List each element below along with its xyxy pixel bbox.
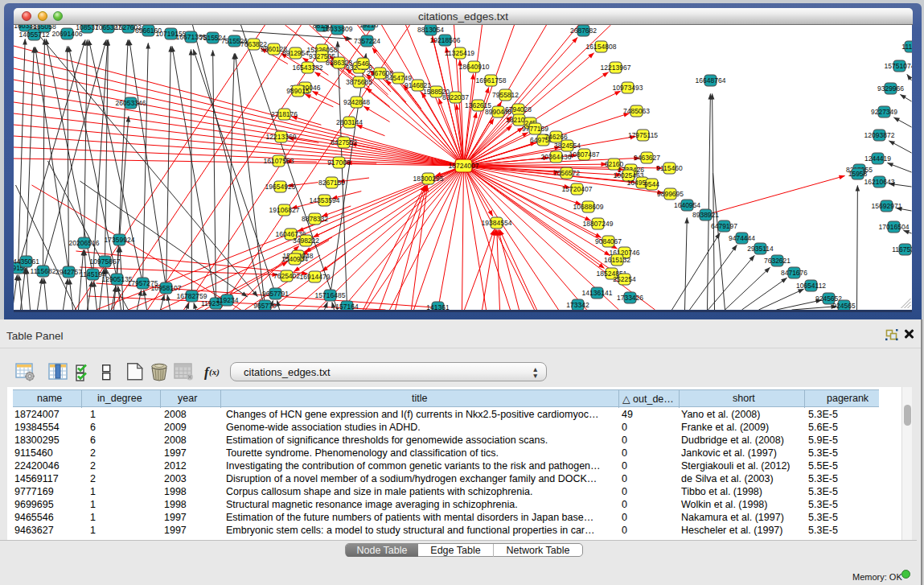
svg-text:14353594: 14353594 <box>310 196 340 204</box>
svg-text:8322037: 8322037 <box>442 93 469 101</box>
svg-text:2687682: 2687682 <box>570 27 597 35</box>
svg-text:9657791: 9657791 <box>262 290 289 298</box>
svg-text:12213967: 12213967 <box>601 64 631 72</box>
svg-text:19654925: 19654925 <box>265 183 296 191</box>
svg-text:11125: 11125 <box>901 43 912 51</box>
svg-text:6794028: 6794028 <box>505 105 532 113</box>
svg-text:8267150: 8267150 <box>318 179 345 187</box>
svg-text:173342: 173342 <box>566 301 589 309</box>
svg-text:9463627: 9463627 <box>634 154 660 162</box>
svg-text:16648764: 16648764 <box>696 76 726 84</box>
svg-text:19106827: 19106827 <box>269 206 300 214</box>
svg-text:(x): (x) <box>209 367 220 377</box>
svg-text:16543382: 16543382 <box>293 64 323 72</box>
svg-text:8878332: 8878332 <box>302 215 328 223</box>
svg-text:1615132: 1615132 <box>604 256 630 264</box>
svg-text:8471676: 8471676 <box>781 269 807 277</box>
svg-text:15692971: 15692971 <box>872 202 902 210</box>
svg-text:7625402: 7625402 <box>273 272 300 280</box>
svg-text:746266: 746266 <box>544 133 568 141</box>
svg-text:7955812: 7955812 <box>492 91 519 99</box>
svg-text:6479197: 6479197 <box>711 222 737 230</box>
svg-text:10807487: 10807487 <box>569 150 600 159</box>
svg-text:141361: 141361 <box>426 303 450 310</box>
svg-text:2942757: 2942757 <box>55 268 82 276</box>
svg-text:15716485: 15716485 <box>315 291 346 299</box>
svg-text:9115460: 9115460 <box>656 164 683 172</box>
svg-text:19218: 19218 <box>359 25 379 29</box>
svg-text:3498222: 3498222 <box>293 237 319 245</box>
svg-text:17359924: 17359924 <box>105 236 135 244</box>
svg-text:9474444: 9474444 <box>729 234 755 242</box>
svg-text:546: 546 <box>357 60 368 68</box>
svg-text:1540934: 1540934 <box>281 255 308 263</box>
svg-text:8938921: 8938921 <box>692 211 719 219</box>
svg-text:12213369: 12213369 <box>266 133 297 141</box>
svg-text:3875685: 3875685 <box>346 78 372 86</box>
svg-text:917006: 917006 <box>327 159 351 167</box>
svg-text:9329966: 9329966 <box>877 84 904 93</box>
svg-text:9777169: 9777169 <box>522 125 548 133</box>
svg-text:9084067: 9084067 <box>595 237 622 245</box>
svg-text:18807249: 18807249 <box>583 220 614 228</box>
svg-text:989015: 989015 <box>286 87 310 95</box>
svg-text:19218506: 19218506 <box>430 36 461 44</box>
svg-text:18300295: 18300295 <box>413 175 444 183</box>
svg-text:2803144: 2803144 <box>336 118 363 126</box>
svg-text:19384554: 19384554 <box>482 219 512 227</box>
svg-text:20364436: 20364436 <box>541 153 572 161</box>
svg-text:10958107: 10958107 <box>151 284 182 292</box>
svg-text:924565: 924565 <box>832 302 856 310</box>
svg-text:2718176: 2718176 <box>271 110 298 118</box>
svg-text:119234: 119234 <box>216 296 239 304</box>
svg-text:1640954: 1640954 <box>674 201 700 209</box>
svg-text:20206516: 20206516 <box>69 239 100 247</box>
svg-text:157164: 157164 <box>335 303 359 310</box>
svg-text:965779: 965779 <box>253 302 277 310</box>
svg-text:7485063: 7485063 <box>623 107 650 115</box>
svg-text:16961758: 16961758 <box>476 76 507 84</box>
svg-text:1733426: 1733426 <box>617 294 643 302</box>
svg-text:252254: 252254 <box>613 275 636 283</box>
svg-text:8813054: 8813054 <box>417 26 444 34</box>
svg-text:4435061: 4435061 <box>14 257 39 266</box>
svg-text:10654112: 10654112 <box>796 282 826 290</box>
svg-text:7357224: 7357224 <box>354 37 380 45</box>
svg-text:9544: 9544 <box>644 180 659 188</box>
svg-text:3824554: 3824554 <box>554 142 581 150</box>
svg-text:2935114: 2935114 <box>747 245 774 253</box>
svg-text:8427552: 8427552 <box>331 138 357 146</box>
svg-text:12093872: 12093872 <box>864 131 895 139</box>
svg-text:1167533: 1167533 <box>892 245 912 253</box>
svg-text:10973493: 10973493 <box>613 84 643 92</box>
svg-text:16107553: 16107553 <box>264 157 294 165</box>
svg-text:8912954: 8912954 <box>282 49 309 57</box>
svg-text:10975867: 10975867 <box>90 257 121 266</box>
svg-text:15751074: 15751074 <box>885 62 912 70</box>
svg-text:16914479: 16914479 <box>300 273 331 281</box>
svg-text:7632621: 7632621 <box>764 257 791 265</box>
svg-text:15720407: 15720407 <box>562 185 593 193</box>
svg-text:10688609: 10688609 <box>573 203 604 211</box>
svg-text:14136141: 14136141 <box>582 289 613 297</box>
svg-text:17016504: 17016504 <box>879 223 910 231</box>
svg-text:18640910: 18640910 <box>459 63 490 71</box>
svg-text:26053346: 26053346 <box>116 99 146 107</box>
svg-text:18724007: 18724007 <box>449 162 479 170</box>
svg-text:16033809: 16033809 <box>322 25 353 33</box>
svg-text:9227349: 9227349 <box>871 108 897 116</box>
svg-text:1115682: 1115682 <box>31 267 56 275</box>
svg-text:15958: 15958 <box>848 170 868 178</box>
svg-text:16154808: 16154808 <box>586 43 617 51</box>
svg-text:16210643: 16210643 <box>864 178 895 186</box>
svg-text:9242848: 9242848 <box>343 98 370 106</box>
svg-text:1244419: 1244419 <box>864 154 891 163</box>
svg-text:11325419: 11325419 <box>445 49 474 57</box>
svg-text:17975115: 17975115 <box>628 131 658 139</box>
svg-text:7056572: 7056572 <box>553 169 580 177</box>
svg-text:9899695: 9899695 <box>657 190 684 198</box>
